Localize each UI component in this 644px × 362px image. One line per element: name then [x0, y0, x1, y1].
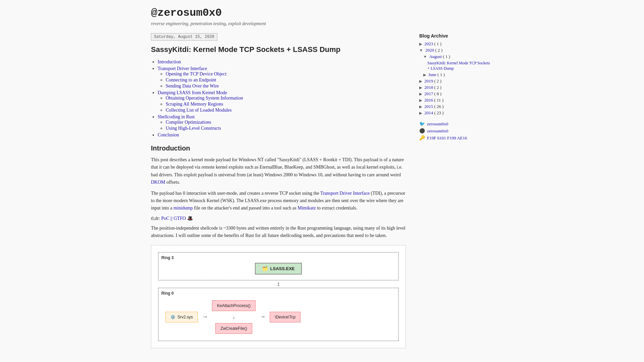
month-link-june[interactable]: June [428, 72, 436, 77]
toc-link-rust[interactable]: Shellcoding in Rust [158, 114, 195, 119]
intro-paragraph-3: The position-independent shellcode is ~3… [151, 225, 406, 240]
device-tcp-box: \Device\Tcp [270, 312, 301, 322]
twitter-link-item: 🐦 zerosum0x0 [419, 121, 493, 127]
key-link-item: 🔑 F19F 6101 F199 AE16 [419, 135, 493, 141]
toc-item-introduction: Introduction [158, 59, 406, 65]
archive-title: Blog Archive [419, 33, 493, 39]
toc-sub-rust: Compiler Optimizations Using High-Level … [166, 120, 406, 131]
arrow-right-1: → [202, 313, 208, 320]
blog-title: @zerosum0x0 [151, 7, 493, 19]
year-link-2023[interactable]: 2023 [424, 41, 433, 46]
arrow-august: ▼ [423, 55, 427, 59]
ke-attach-label: KeAttachProcess() [217, 303, 251, 308]
toc-link-wire[interactable]: Sending Data Over the Wire [166, 83, 219, 88]
mimikatz-link[interactable]: Mimikatz [298, 205, 316, 210]
archive-year-2020: ▼ 2020 ( 2 ) [419, 48, 493, 53]
arrow-june: ▶ [423, 73, 426, 77]
twitter-icon: 🐦 [419, 121, 425, 127]
arrow-2023: ▶ [419, 42, 422, 46]
toc-sub-tdi: Opening the TCP Device Object Connecting… [166, 71, 406, 89]
poc-gtfo-link[interactable]: PoC || GTFO [161, 216, 186, 221]
github-link[interactable]: zerosum0x0 [427, 128, 448, 134]
toc-item-memory: Scraping All Memory Regions [166, 102, 406, 107]
toc-item-compiler: Compiler Optimizations [166, 120, 406, 125]
toc-link-os-info[interactable]: Obtaining Operating System Information [166, 96, 243, 101]
year-link-2020[interactable]: 2020 [425, 48, 434, 53]
toc-link-compiler[interactable]: Compiler Optimizations [166, 120, 211, 125]
year-link-2017[interactable]: 2017 [424, 91, 433, 96]
toc-link-modules[interactable]: Collecting List of Loaded Modules [166, 108, 232, 113]
year-link-2019[interactable]: 2019 [424, 78, 433, 83]
archive-post-sassykitdi: SassyKitdi: Kernel Mode TCP Sockets + LS… [427, 60, 493, 71]
sidebar: Blog Archive ▶ 2023 ( 1 ) ▼ 2020 ( 2 ) ▼ [419, 33, 493, 142]
intro-paragraph-2: The payload has 0 interaction with user-… [151, 190, 406, 212]
arrow-2020: ▼ [419, 48, 423, 52]
archive-year-2015: ▶ 2015 ( 26 ) [419, 104, 493, 109]
zw-create-label: ZwCreateFile() [220, 326, 247, 331]
month-link-august[interactable]: August [429, 54, 442, 59]
ke-attach-box: KeAttachProcess() [212, 300, 256, 311]
top-hat-icon: 🎩 [187, 216, 193, 221]
count-2019: ( 2 ) [434, 78, 442, 83]
archive-year-2014: ▶ 2014 ( 23 ) [419, 110, 493, 116]
toc-link-memory[interactable]: Scraping All Memory Regions [166, 102, 223, 107]
social-links: 🐦 zerosum0x0 ⚫ zerosum0x0 🔑 F19F 6101 F1… [419, 121, 493, 141]
year-link-2015[interactable]: 2015 [424, 104, 433, 109]
count-2017: ( 8 ) [434, 91, 442, 96]
table-of-contents: Introduction Transport Driver Interface … [158, 59, 406, 138]
architecture-diagram: Ring 3 🗂️ LSASS.EXE ↕ Ring 0 [151, 245, 406, 348]
toc-link-tcp-device[interactable]: Opening the TCP Device Object [166, 71, 226, 76]
tldr-line: tl;dr: PoC || GTFO 🎩 [151, 216, 406, 221]
github-icon: ⚫ [419, 128, 425, 134]
down-arrow-2: ↓ [233, 314, 235, 320]
main-content: Saturday, August 15, 2020 SassyKitdi: Ke… [151, 33, 406, 348]
archive-year-2018: ▶ 2018 ( 2 ) [419, 85, 493, 90]
arrow-2019: ▶ [419, 79, 422, 83]
post-date: Saturday, August 15, 2020 [151, 33, 217, 41]
archive-year-2016: ▶ 2016 ( 11 ) [419, 98, 493, 103]
toc-item-os-info: Obtaining Operating System Information [166, 96, 406, 101]
intro-paragraph-1: This post describes a kernel mode payloa… [151, 156, 406, 186]
toc-link-constructs[interactable]: Using High-Level Constructs [166, 126, 221, 131]
archive-year-2017: ▶ 2017 ( 8 ) [419, 91, 493, 97]
srv2-box: ⚙️ Srv2.sys [165, 312, 198, 322]
archive-year-2019: ▶ 2019 ( 2 ) [419, 78, 493, 84]
toc-link-conclusion[interactable]: Conclusion [158, 132, 179, 137]
toc-link-introduction[interactable]: Introduction [158, 59, 181, 64]
arrow-2014: ▶ [419, 111, 422, 115]
count-2015: ( 26 ) [434, 104, 444, 109]
blog-subtitle: reverse engineering, penetration testing… [151, 21, 493, 26]
arrow-2015: ▶ [419, 105, 422, 109]
twitter-link[interactable]: zerosum0x0 [427, 121, 448, 127]
toc-item-wire: Sending Data Over the Wire [166, 83, 406, 89]
count-2023: ( 1 ) [434, 41, 442, 46]
archive-post-link-sassykitdi[interactable]: SassyKitdi: Kernel Mode TCP Sockets + LS… [427, 61, 490, 71]
archive-list: ▶ 2023 ( 1 ) ▼ 2020 ( 2 ) ▼ August ( 1 ) [419, 41, 493, 116]
ring3-label: Ring 3 [161, 255, 174, 260]
down-arrow-1: ↕ [158, 281, 399, 288]
key-link[interactable]: F19F 6101 F199 AE16 [427, 135, 467, 141]
toc-item-endpoint: Connecting to an Endpoint [166, 77, 406, 83]
arrow-2016: ▶ [419, 98, 422, 102]
year-link-2016[interactable]: 2016 [424, 98, 433, 103]
toc-item-tcp-device: Opening the TCP Device Object [166, 71, 406, 77]
toc-item-rust: Shellcoding in Rust Compiler Optimizatio… [158, 114, 406, 131]
ring0-label: Ring 0 [161, 291, 174, 296]
toc-link-lsass[interactable]: Dumping LSASS from Kernel Mode [158, 90, 227, 95]
count-june: ( 1 ) [437, 72, 445, 77]
dkom-link[interactable]: DKOM [151, 180, 165, 185]
minidump-link[interactable]: minidump [173, 205, 193, 210]
toc-link-tdi[interactable]: Transport Driver Interface [158, 66, 207, 71]
github-link-item: ⚫ zerosum0x0 [419, 128, 493, 134]
year-link-2014[interactable]: 2014 [424, 110, 433, 115]
key-icon: 🔑 [419, 135, 425, 141]
tdi-link[interactable]: Transport Driver Interface [320, 191, 370, 196]
toc-link-endpoint[interactable]: Connecting to an Endpoint [166, 77, 216, 82]
device-tcp-label: \Device\Tcp [275, 315, 296, 319]
toc-sub-lsass: Obtaining Operating System Information S… [166, 96, 406, 113]
post-title: SassyKitdi: Kernel Mode TCP Sockets + LS… [151, 45, 406, 54]
lsass-box: 🗂️ LSASS.EXE [255, 263, 302, 275]
toc-item-conclusion: Conclusion [158, 132, 406, 138]
year-link-2018[interactable]: 2018 [424, 85, 433, 90]
toc-item-constructs: Using High-Level Constructs [166, 126, 406, 131]
